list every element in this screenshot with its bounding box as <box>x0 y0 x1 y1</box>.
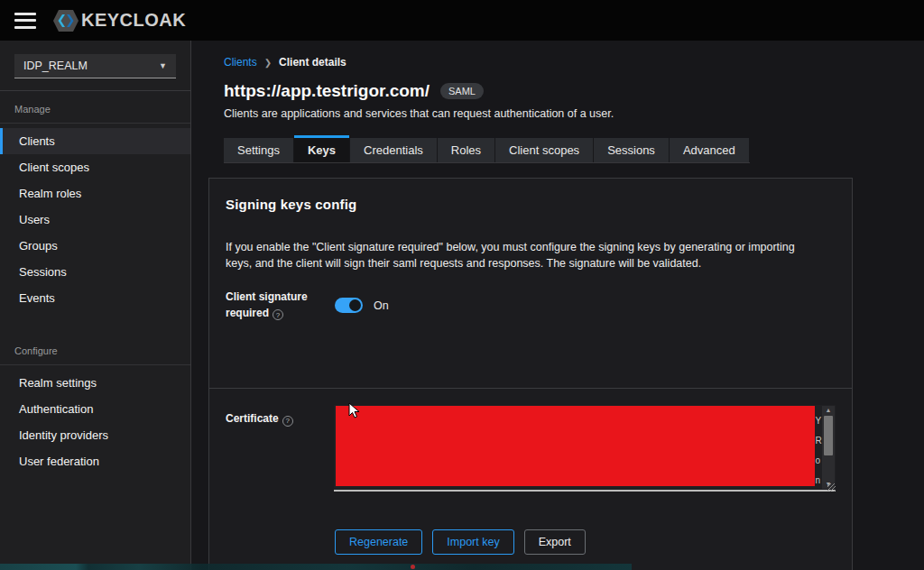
regenerate-button[interactable]: Regenerate <box>335 529 422 555</box>
toggle-knob <box>349 299 361 311</box>
client-signature-label-text: Client signature required <box>226 290 308 318</box>
sidebar-item-identity-providers[interactable]: Identity providers <box>0 422 190 448</box>
certificate-row: Certificate? Y R o n ▲ <box>226 405 836 492</box>
sidebar-item-realm-settings[interactable]: Realm settings <box>0 370 190 396</box>
manage-nav-items: Clients Client scopes Realm roles Users … <box>0 124 190 311</box>
breadcrumb-chevron-icon: ❯ <box>264 58 272 68</box>
top-masthead: KEYCLOAK <box>0 0 924 41</box>
sidebar-item-users[interactable]: Users <box>0 207 190 233</box>
mouse-cursor <box>348 402 360 419</box>
tab-settings[interactable]: Settings <box>224 138 293 162</box>
nav-section-configure: Configure <box>0 333 190 365</box>
certificate-label-text: Certificate <box>226 412 279 425</box>
breadcrumb: Clients ❯ Client details <box>224 56 346 69</box>
certificate-scrollbar[interactable]: ▲ ▼ <box>822 406 835 489</box>
sidebar-item-realm-roles[interactable]: Realm roles <box>0 180 190 207</box>
export-button[interactable]: Export <box>524 529 586 555</box>
hamburger-menu-icon[interactable] <box>14 13 36 29</box>
signing-keys-config-section: Signing keys config If you enable the "C… <box>209 179 852 389</box>
realm-selector-value: IDP_REALM <box>23 60 88 72</box>
main-content: Clients ❯ Client details https://app.tes… <box>191 41 924 570</box>
page-title-row: https://app.testrigor.com/ SAML <box>224 81 484 101</box>
toggle-state-label: On <box>374 299 389 312</box>
certificate-actions: Regenerate Import key Export <box>335 529 836 555</box>
tab-client-scopes[interactable]: Client scopes <box>495 138 593 162</box>
page-title: https://app.testrigor.com/ <box>224 81 430 101</box>
signing-keys-card: Signing keys config If you enable the "C… <box>208 178 853 570</box>
card-description: If you enable the "Client signature requ… <box>226 239 821 271</box>
sidebar-item-events[interactable]: Events <box>0 285 190 311</box>
sidebar-nav: IDP_REALM ▼ Manage Clients Client scopes… <box>0 41 191 570</box>
keycloak-admin-console: KEYCLOAK IDP_REALM ▼ Manage Clients Clie… <box>0 0 924 570</box>
nav-section-manage: Manage <box>0 91 190 124</box>
textarea-resize-grip[interactable] <box>827 483 836 492</box>
bottom-progress-strip <box>0 564 632 570</box>
import-key-button[interactable]: Import key <box>432 529 513 555</box>
card-heading: Signing keys config <box>226 197 836 212</box>
certificate-textarea[interactable]: Y R o n ▲ ▼ <box>334 405 836 492</box>
realm-selector-block: IDP_REALM ▼ <box>0 41 190 91</box>
sidebar-item-clients[interactable]: Clients <box>0 128 190 154</box>
keycloak-hexagon-icon <box>52 8 79 33</box>
client-signature-control: On <box>335 290 389 321</box>
client-signature-toggle[interactable] <box>335 298 363 313</box>
sidebar-item-sessions[interactable]: Sessions <box>0 259 190 285</box>
help-icon[interactable]: ? <box>282 416 293 427</box>
keycloak-logo[interactable]: KEYCLOAK <box>52 8 186 33</box>
protocol-badge: SAML <box>440 83 484 99</box>
client-signature-row: Client signature required? On <box>226 290 836 321</box>
certificate-section: Certificate? Y R o n ▲ <box>209 389 852 555</box>
certificate-label: Certificate? <box>226 405 334 492</box>
page-subtitle: Clients are applications and services th… <box>224 107 614 120</box>
breadcrumb-current: Client details <box>279 56 346 69</box>
chevron-down-icon: ▼ <box>159 61 167 70</box>
tab-advanced[interactable]: Advanced <box>670 138 749 162</box>
sidebar-item-user-federation[interactable]: User federation <box>0 448 190 474</box>
tab-sessions[interactable]: Sessions <box>594 138 669 162</box>
scroll-up-icon[interactable]: ▲ <box>826 406 832 415</box>
realm-selector[interactable]: IDP_REALM ▼ <box>14 54 176 78</box>
tab-keys[interactable]: Keys <box>294 135 349 162</box>
help-icon[interactable]: ? <box>273 309 283 320</box>
configure-nav-items: Realm settings Authentication Identity p… <box>0 365 190 474</box>
tab-credentials[interactable]: Credentials <box>350 138 437 162</box>
tab-roles[interactable]: Roles <box>438 138 494 162</box>
scrollbar-thumb[interactable] <box>824 416 833 455</box>
sidebar-item-groups[interactable]: Groups <box>0 233 190 259</box>
bottom-strip-marker <box>411 565 415 569</box>
sidebar-item-client-scopes[interactable]: Client scopes <box>0 154 190 180</box>
client-signature-label: Client signature required? <box>226 290 335 321</box>
redaction-overlay <box>336 406 815 486</box>
logo-text: KEYCLOAK <box>81 10 186 31</box>
sidebar-item-authentication[interactable]: Authentication <box>0 396 190 422</box>
client-tabs: Settings Keys Credentials Roles Client s… <box>224 135 750 163</box>
breadcrumb-clients-link[interactable]: Clients <box>224 56 257 69</box>
